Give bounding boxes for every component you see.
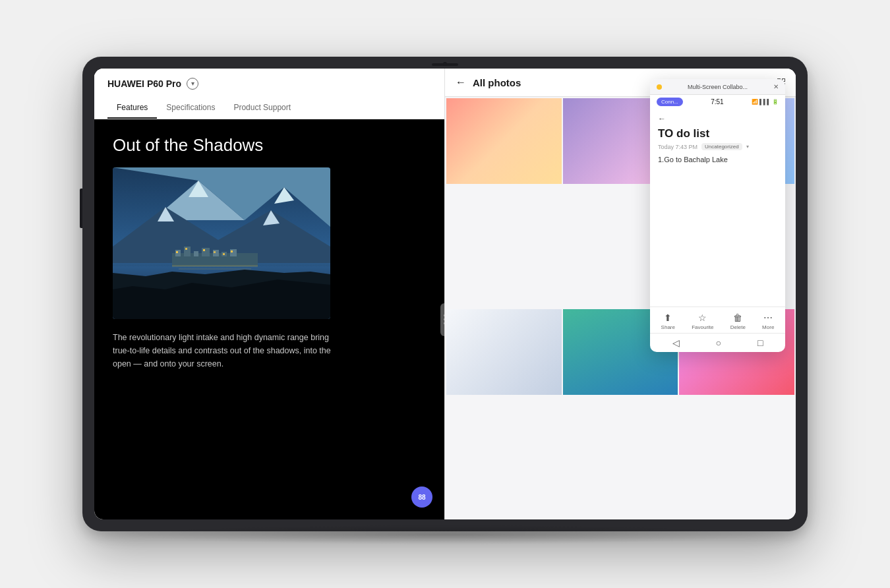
product-title: HUAWEI P60 Pro bbox=[107, 78, 181, 89]
right-panel: ← All photos bbox=[445, 69, 796, 519]
tablet-shell: HUAWEI P60 Pro Features Specifications P… bbox=[82, 57, 808, 531]
multiscreen-window: Multi-Screen Collabo... ✕ Conn... 7:51 📶… bbox=[650, 79, 785, 352]
photos-title: All photos bbox=[473, 77, 521, 88]
svg-rect-17 bbox=[176, 251, 178, 253]
favourite-label: Favourite bbox=[692, 324, 713, 330]
left-content: Out of the Shadows bbox=[94, 119, 444, 519]
phone-status-bar: Conn... 7:51 📶 ▌▌▌ 🔋 bbox=[650, 95, 785, 109]
ms-title: Multi-Screen Collabo... bbox=[666, 84, 769, 90]
star-icon: ☆ bbox=[698, 312, 707, 323]
more-label: More bbox=[762, 324, 774, 330]
battery-icon: 🔋 bbox=[772, 99, 779, 105]
svg-rect-19 bbox=[203, 249, 205, 251]
wifi-icon: 📶 bbox=[752, 99, 758, 105]
tablet-shadow bbox=[119, 525, 771, 544]
phone-back-arrow[interactable]: ← bbox=[658, 114, 777, 123]
signal-icon: ▌▌▌ bbox=[759, 99, 771, 105]
photo-cell-1[interactable] bbox=[446, 98, 562, 184]
product-title-row: HUAWEI P60 Pro bbox=[107, 78, 431, 90]
phone-time: 7:51 bbox=[711, 98, 723, 105]
svg-rect-20 bbox=[214, 251, 216, 253]
svg-rect-22 bbox=[231, 250, 233, 252]
phone-bottom-actions: ⬆ Share ☆ Favourite 🗑 Delete ⋯ bbox=[650, 307, 785, 333]
mountain-image bbox=[113, 167, 330, 319]
delete-action[interactable]: 🗑 Delete bbox=[730, 312, 746, 330]
share-icon: ⬆ bbox=[664, 312, 672, 323]
recents-nav-btn[interactable]: □ bbox=[757, 338, 763, 348]
phone-mockup: Conn... 7:51 📶 ▌▌▌ 🔋 ← TO do list Today … bbox=[650, 95, 785, 352]
note-time: Today 7:43 PM bbox=[658, 144, 697, 150]
more-action[interactable]: ⋯ More bbox=[762, 312, 774, 330]
tablet-screen: HUAWEI P60 Pro Features Specifications P… bbox=[94, 69, 796, 519]
ms-close-btn[interactable]: ✕ bbox=[773, 83, 779, 90]
connect-button[interactable]: Conn... bbox=[657, 98, 683, 106]
nav-tabs: Features Specifications Product Support bbox=[107, 98, 431, 119]
svg-rect-24 bbox=[179, 268, 251, 270]
ms-titlebar: Multi-Screen Collabo... ✕ bbox=[650, 79, 785, 95]
left-header: HUAWEI P60 Pro Features Specifications P… bbox=[94, 69, 444, 119]
divider-dot-1 bbox=[444, 314, 445, 316]
note-category[interactable]: Uncategorized bbox=[701, 143, 742, 150]
photo-cell-4[interactable] bbox=[446, 309, 562, 395]
phone-icons: 📶 ▌▌▌ 🔋 bbox=[752, 99, 779, 105]
divider-handle[interactable] bbox=[440, 303, 444, 336]
home-nav-btn[interactable]: ○ bbox=[716, 338, 721, 348]
delete-label: Delete bbox=[730, 324, 746, 330]
hero-title: Out of the Shadows bbox=[113, 135, 426, 156]
product-dropdown-icon[interactable] bbox=[187, 78, 198, 90]
hero-description: The revolutionary light intake and high … bbox=[113, 331, 337, 370]
svg-rect-23 bbox=[172, 265, 258, 267]
favourite-action[interactable]: ☆ Favourite bbox=[692, 312, 713, 330]
divider-dot-2 bbox=[444, 318, 445, 320]
camera-dot bbox=[443, 62, 447, 66]
float-badge[interactable]: 88 bbox=[411, 486, 432, 508]
category-dropdown-icon[interactable]: ▾ bbox=[746, 144, 749, 150]
left-panel: HUAWEI P60 Pro Features Specifications P… bbox=[94, 69, 445, 519]
back-nav-btn[interactable]: ◁ bbox=[672, 338, 680, 348]
trash-icon: 🗑 bbox=[733, 312, 742, 323]
share-action[interactable]: ⬆ Share bbox=[661, 312, 675, 330]
back-arrow-icon[interactable]: ← bbox=[456, 76, 466, 88]
more-icon: ⋯ bbox=[763, 312, 773, 323]
phone-note-title: TO do list bbox=[658, 127, 777, 140]
phone-content: ← TO do list Today 7:43 PM Uncategorized… bbox=[650, 109, 785, 307]
svg-rect-21 bbox=[223, 253, 225, 255]
share-label: Share bbox=[661, 324, 675, 330]
phone-nav-bar: ◁ ○ □ bbox=[650, 333, 785, 352]
svg-rect-18 bbox=[185, 248, 187, 250]
divider-dot-3 bbox=[444, 322, 445, 324]
tab-product-support[interactable]: Product Support bbox=[224, 98, 300, 119]
tab-specifications[interactable]: Specifications bbox=[157, 98, 224, 119]
phone-note-meta: Today 7:43 PM Uncategorized ▾ bbox=[658, 143, 777, 150]
ms-minimize-btn[interactable] bbox=[657, 84, 662, 90]
svg-rect-13 bbox=[202, 248, 210, 256]
svg-rect-12 bbox=[194, 251, 198, 256]
tab-features[interactable]: Features bbox=[107, 98, 157, 119]
phone-note-item: 1.Go to Bachalp Lake bbox=[658, 156, 777, 163]
svg-rect-16 bbox=[230, 249, 237, 256]
